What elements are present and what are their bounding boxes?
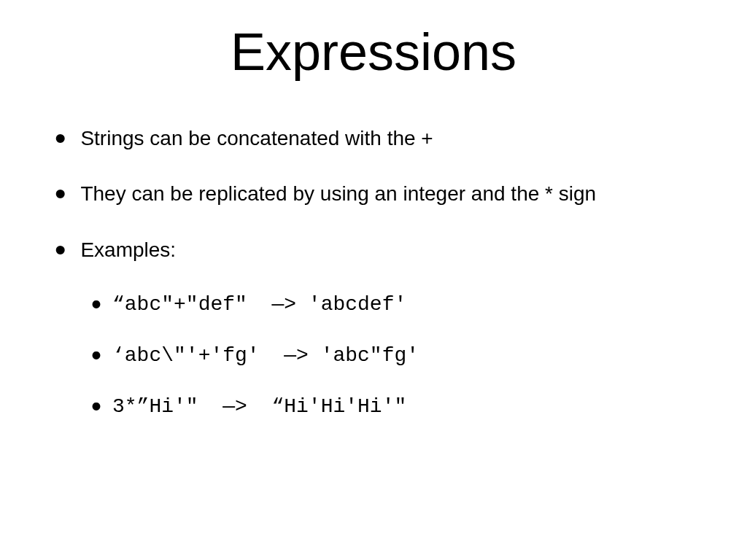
bullet-icon: •	[91, 341, 101, 370]
bullet-text: Examples:	[80, 237, 176, 263]
code-example: ‘abc\"'+'fg' —> 'abc"fg'	[112, 344, 419, 367]
bullet-icon: •	[91, 289, 101, 319]
bullet-item: • Strings can be concatenated with the +	[55, 118, 703, 152]
bullet-icon: •	[55, 178, 66, 210]
slide-title: Expressions	[0, 22, 747, 82]
content-area: • Strings can be concatenated with the +…	[0, 118, 747, 418]
example-item: • ‘abc\"'+'fg' —> 'abc"fg'	[91, 336, 703, 367]
bullet-item: • They can be replicated by using an int…	[55, 174, 703, 207]
bullet-text: They can be replicated by using an integ…	[80, 181, 596, 207]
examples-list: • “abc"+"def" —> 'abcdef' • ‘abc\"'+'fg'…	[55, 285, 703, 418]
example-item: • 3*”Hi'" —> “Hi'Hi'Hi'"	[91, 387, 703, 418]
code-example: 3*”Hi'" —> “Hi'Hi'Hi'"	[112, 395, 406, 418]
example-item: • “abc"+"def" —> 'abcdef'	[91, 285, 703, 316]
bullet-icon: •	[91, 392, 101, 421]
bullet-item: • Examples:	[55, 230, 703, 263]
bullet-icon: •	[55, 122, 66, 155]
code-example: “abc"+"def" —> 'abcdef'	[112, 293, 406, 316]
bullet-text: Strings can be concatenated with the +	[80, 125, 433, 152]
bullet-icon: •	[55, 234, 66, 266]
